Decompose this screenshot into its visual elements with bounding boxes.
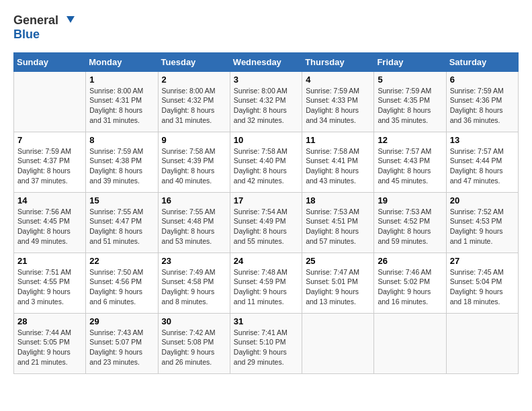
- day-info: Sunrise: 7:49 AMSunset: 4:58 PMDaylight:…: [162, 267, 226, 307]
- day-info: Sunrise: 7:50 AMSunset: 4:56 PMDaylight:…: [89, 267, 154, 307]
- day-info: Sunrise: 7:48 AMSunset: 4:59 PMDaylight:…: [234, 267, 298, 307]
- logo-text: General Blue: [13, 13, 75, 42]
- calendar-cell: 29Sunrise: 7:43 AMSunset: 5:07 PMDayligh…: [86, 313, 158, 373]
- calendar-cell: 4Sunrise: 7:59 AMSunset: 4:33 PMDaylight…: [302, 71, 374, 132]
- col-header-monday: Monday: [86, 52, 158, 71]
- calendar-cell: 5Sunrise: 7:59 AMSunset: 4:35 PMDaylight…: [374, 71, 446, 132]
- col-header-sunday: Sunday: [14, 52, 86, 71]
- calendar-cell: [302, 313, 374, 373]
- calendar-cell: 7Sunrise: 7:59 AMSunset: 4:37 PMDaylight…: [14, 132, 86, 192]
- day-info: Sunrise: 7:59 AMSunset: 4:36 PMDaylight:…: [450, 86, 515, 126]
- day-number: 4: [306, 75, 370, 85]
- day-info: Sunrise: 7:59 AMSunset: 4:33 PMDaylight:…: [306, 86, 370, 126]
- day-info: Sunrise: 8:00 AMSunset: 4:31 PMDaylight:…: [89, 86, 154, 126]
- calendar-week-5: 28Sunrise: 7:44 AMSunset: 5:05 PMDayligh…: [14, 313, 519, 373]
- col-header-tuesday: Tuesday: [158, 52, 230, 71]
- calendar-cell: 11Sunrise: 7:58 AMSunset: 4:41 PMDayligh…: [302, 132, 374, 192]
- calendar-cell: 14Sunrise: 7:56 AMSunset: 4:45 PMDayligh…: [14, 192, 86, 253]
- day-number: 1: [89, 75, 154, 85]
- col-header-thursday: Thursday: [302, 52, 374, 71]
- day-info: Sunrise: 7:41 AMSunset: 5:10 PMDaylight:…: [234, 328, 298, 367]
- day-number: 7: [17, 135, 82, 145]
- logo: General Blue: [13, 13, 75, 42]
- day-number: 8: [89, 135, 154, 145]
- day-info: Sunrise: 7:57 AMSunset: 4:43 PMDaylight:…: [378, 146, 442, 186]
- calendar-cell: 26Sunrise: 7:46 AMSunset: 5:02 PMDayligh…: [374, 253, 446, 313]
- day-number: 30: [162, 316, 226, 326]
- col-header-saturday: Saturday: [446, 52, 518, 71]
- day-number: 18: [306, 195, 370, 205]
- day-info: Sunrise: 7:59 AMSunset: 4:38 PMDaylight:…: [89, 146, 154, 186]
- day-number: 27: [450, 256, 515, 266]
- calendar-cell: 27Sunrise: 7:45 AMSunset: 5:04 PMDayligh…: [446, 253, 518, 313]
- day-number: 6: [450, 75, 515, 85]
- calendar-week-2: 7Sunrise: 7:59 AMSunset: 4:37 PMDaylight…: [14, 132, 519, 192]
- calendar-cell: 22Sunrise: 7:50 AMSunset: 4:56 PMDayligh…: [86, 253, 158, 313]
- calendar-header-row: SundayMondayTuesdayWednesdayThursdayFrid…: [14, 52, 519, 71]
- day-number: 16: [162, 195, 226, 205]
- calendar-week-1: 1Sunrise: 8:00 AMSunset: 4:31 PMDaylight…: [14, 71, 519, 132]
- calendar-cell: [446, 313, 518, 373]
- day-number: 24: [234, 256, 298, 266]
- day-number: 3: [234, 75, 298, 85]
- calendar-cell: 2Sunrise: 8:00 AMSunset: 4:32 PMDaylight…: [158, 71, 230, 132]
- day-info: Sunrise: 7:55 AMSunset: 4:47 PMDaylight:…: [89, 207, 154, 246]
- logo-bird-icon: [60, 13, 75, 28]
- calendar-cell: 25Sunrise: 7:47 AMSunset: 5:01 PMDayligh…: [302, 253, 374, 313]
- day-number: 25: [306, 256, 370, 266]
- calendar-cell: 1Sunrise: 8:00 AMSunset: 4:31 PMDaylight…: [86, 71, 158, 132]
- day-number: 21: [17, 256, 82, 266]
- col-header-friday: Friday: [374, 52, 446, 71]
- page-header: General Blue: [13, 13, 519, 42]
- calendar-cell: 18Sunrise: 7:53 AMSunset: 4:51 PMDayligh…: [302, 192, 374, 253]
- day-info: Sunrise: 7:42 AMSunset: 5:08 PMDaylight:…: [162, 328, 226, 367]
- day-info: Sunrise: 7:45 AMSunset: 5:04 PMDaylight:…: [450, 267, 515, 307]
- day-info: Sunrise: 7:58 AMSunset: 4:40 PMDaylight:…: [234, 146, 298, 186]
- day-info: Sunrise: 7:58 AMSunset: 4:39 PMDaylight:…: [162, 146, 226, 186]
- day-number: 26: [378, 256, 442, 266]
- calendar-cell: 31Sunrise: 7:41 AMSunset: 5:10 PMDayligh…: [230, 313, 302, 373]
- day-info: Sunrise: 7:52 AMSunset: 4:53 PMDaylight:…: [450, 207, 515, 246]
- day-info: Sunrise: 7:46 AMSunset: 5:02 PMDaylight:…: [378, 267, 442, 307]
- calendar-cell: 28Sunrise: 7:44 AMSunset: 5:05 PMDayligh…: [14, 313, 86, 373]
- day-number: 19: [378, 195, 442, 205]
- calendar-cell: 13Sunrise: 7:57 AMSunset: 4:44 PMDayligh…: [446, 132, 518, 192]
- day-info: Sunrise: 8:00 AMSunset: 4:32 PMDaylight:…: [234, 86, 298, 126]
- day-info: Sunrise: 7:43 AMSunset: 5:07 PMDaylight:…: [89, 328, 154, 367]
- day-info: Sunrise: 7:55 AMSunset: 4:48 PMDaylight:…: [162, 207, 226, 246]
- day-number: 29: [89, 316, 154, 326]
- calendar-cell: 8Sunrise: 7:59 AMSunset: 4:38 PMDaylight…: [86, 132, 158, 192]
- calendar-cell: 15Sunrise: 7:55 AMSunset: 4:47 PMDayligh…: [86, 192, 158, 253]
- day-info: Sunrise: 7:44 AMSunset: 5:05 PMDaylight:…: [17, 328, 82, 367]
- day-info: Sunrise: 7:51 AMSunset: 4:55 PMDaylight:…: [17, 267, 82, 307]
- day-info: Sunrise: 7:53 AMSunset: 4:52 PMDaylight:…: [378, 207, 442, 246]
- day-number: 15: [89, 195, 154, 205]
- calendar-cell: 3Sunrise: 8:00 AMSunset: 4:32 PMDaylight…: [230, 71, 302, 132]
- day-number: 28: [17, 316, 82, 326]
- day-info: Sunrise: 7:59 AMSunset: 4:37 PMDaylight:…: [17, 146, 82, 186]
- calendar-week-3: 14Sunrise: 7:56 AMSunset: 4:45 PMDayligh…: [14, 192, 519, 253]
- calendar-cell: 16Sunrise: 7:55 AMSunset: 4:48 PMDayligh…: [158, 192, 230, 253]
- svg-marker-0: [66, 16, 75, 23]
- calendar-cell: 20Sunrise: 7:52 AMSunset: 4:53 PMDayligh…: [446, 192, 518, 253]
- calendar-cell: 30Sunrise: 7:42 AMSunset: 5:08 PMDayligh…: [158, 313, 230, 373]
- day-number: 5: [378, 75, 442, 85]
- day-number: 10: [234, 135, 298, 145]
- col-header-wednesday: Wednesday: [230, 52, 302, 71]
- logo-blue: Blue: [13, 28, 40, 41]
- day-number: 20: [450, 195, 515, 205]
- day-info: Sunrise: 7:47 AMSunset: 5:01 PMDaylight:…: [306, 267, 370, 307]
- day-number: 31: [234, 316, 298, 326]
- day-number: 9: [162, 135, 226, 145]
- day-info: Sunrise: 7:54 AMSunset: 4:49 PMDaylight:…: [234, 207, 298, 246]
- day-info: Sunrise: 7:53 AMSunset: 4:51 PMDaylight:…: [306, 207, 370, 246]
- day-info: Sunrise: 7:56 AMSunset: 4:45 PMDaylight:…: [17, 207, 82, 246]
- calendar-cell: 24Sunrise: 7:48 AMSunset: 4:59 PMDayligh…: [230, 253, 302, 313]
- calendar-cell: 10Sunrise: 7:58 AMSunset: 4:40 PMDayligh…: [230, 132, 302, 192]
- day-number: 17: [234, 195, 298, 205]
- calendar-cell: 19Sunrise: 7:53 AMSunset: 4:52 PMDayligh…: [374, 192, 446, 253]
- calendar-cell: 6Sunrise: 7:59 AMSunset: 4:36 PMDaylight…: [446, 71, 518, 132]
- calendar-cell: 17Sunrise: 7:54 AMSunset: 4:49 PMDayligh…: [230, 192, 302, 253]
- day-info: Sunrise: 7:57 AMSunset: 4:44 PMDaylight:…: [450, 146, 515, 186]
- calendar-table: SundayMondayTuesdayWednesdayThursdayFrid…: [13, 52, 519, 374]
